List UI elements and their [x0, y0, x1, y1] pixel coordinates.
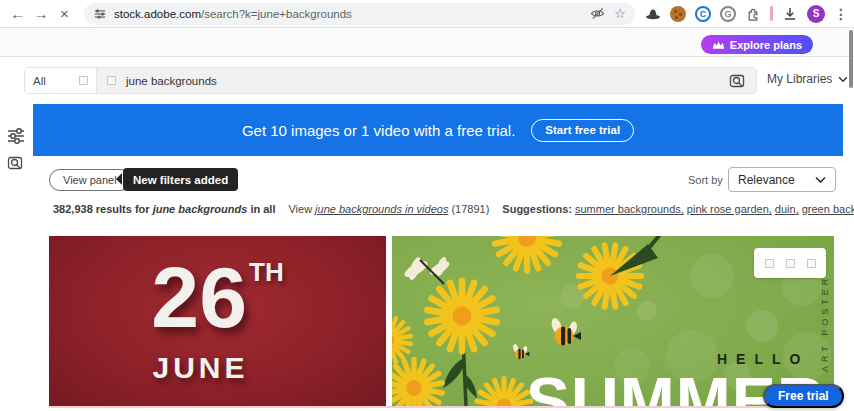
suggestion-link[interactable]: green background	[802, 203, 854, 215]
cookie-extension-icon[interactable]	[670, 6, 686, 22]
thumb-action-icon-3[interactable]	[807, 259, 816, 268]
extensions-puzzle-icon[interactable]	[745, 6, 761, 22]
back-icon[interactable]: ←	[6, 1, 29, 27]
thumbnail-hover-toolbar	[754, 248, 826, 278]
category-label: All	[33, 75, 46, 87]
bookmark-star-icon[interactable]: ☆	[614, 6, 626, 21]
sort-by-label: Sort by	[688, 174, 723, 186]
search-row: All june backgrounds My Libraries	[0, 57, 854, 103]
results-scope: in all	[250, 203, 275, 215]
left-rail	[0, 103, 33, 411]
url-host: stock.adobe.com	[114, 8, 201, 20]
browser-toolbar: ← → × stock.adobe.com/search?k=june+back…	[0, 0, 854, 28]
suggestions: Suggestions: summer backgrounds pink ros…	[502, 203, 854, 215]
suggestions-label: Suggestions:	[502, 203, 572, 215]
thumb1-day: 26	[151, 259, 247, 336]
promo-message: Get 10 images or 1 video with a free tri…	[242, 122, 515, 139]
results-summary: 382,938 results for june backgrounds in …	[53, 203, 833, 215]
my-libraries-dropdown[interactable]: My Libraries	[767, 65, 848, 93]
explore-plans-button[interactable]: Explore plans	[701, 35, 813, 54]
forward-icon[interactable]: →	[29, 1, 52, 27]
suggestion-link[interactable]: pink rose garden	[687, 203, 772, 215]
c-extension-icon[interactable]: C	[695, 6, 711, 22]
thumb-action-icon-1[interactable]	[765, 259, 774, 268]
pinned-extension-divider	[770, 6, 773, 21]
suggestion-link[interactable]: duin	[775, 203, 799, 215]
chevron-down-icon	[838, 76, 848, 83]
chevron-down-icon	[815, 176, 826, 184]
free-trial-button[interactable]: Free trial	[763, 384, 844, 408]
extensions-area: C G S ⋮	[645, 5, 848, 23]
filters-icon[interactable]	[7, 127, 25, 149]
password-eye-off-icon[interactable]	[590, 6, 605, 21]
site-header: Explore plans	[0, 29, 854, 57]
videos-crosslink: View june backgrounds in videos (17891)	[288, 203, 489, 215]
image-search-icon	[729, 73, 746, 89]
search-result-thumbnail-1[interactable]: 26 TH JUNE	[49, 236, 386, 406]
explore-plans-label: Explore plans	[730, 39, 802, 51]
g-extension-icon[interactable]: G	[720, 6, 736, 22]
search-input[interactable]: june backgrounds	[97, 68, 756, 93]
category-chevron-icon	[79, 76, 88, 85]
results-count-text: 382,938 results for	[53, 203, 150, 215]
site-settings-icon[interactable]	[93, 7, 107, 21]
next-row-peek	[49, 406, 834, 408]
results-query: june backgrounds	[153, 203, 248, 215]
thumb-action-icon-2[interactable]	[786, 259, 795, 268]
browser-menu-icon[interactable]: ⋮	[834, 6, 848, 22]
scrollbar-thumb[interactable]	[849, 30, 853, 88]
search-bar: All june backgrounds	[24, 67, 757, 94]
visual-search-icon[interactable]	[7, 155, 24, 175]
sort-value: Relevance	[738, 173, 795, 187]
extension-hat-icon[interactable]	[645, 6, 661, 22]
videos-count: (17891)	[451, 203, 489, 215]
url-bar[interactable]: stock.adobe.com/search?k=june+background…	[84, 3, 635, 25]
search-icon	[107, 76, 116, 85]
thumb1-caption: 26 TH JUNE	[49, 236, 386, 406]
new-filters-tooltip: New filters added	[123, 168, 238, 191]
results-count: 382,938 results for june backgrounds in …	[53, 203, 275, 215]
view-label: View	[288, 203, 312, 215]
crown-icon	[712, 40, 725, 50]
category-dropdown[interactable]: All	[25, 68, 97, 93]
search-query: june backgrounds	[126, 75, 217, 87]
start-free-trial-button[interactable]: Start free trial	[531, 119, 634, 142]
search-by-image-button[interactable]	[729, 73, 746, 89]
download-icon[interactable]	[782, 6, 798, 22]
thumb2-vertical-text: ART POSTER	[820, 275, 830, 372]
sort-select[interactable]: Relevance	[728, 167, 836, 192]
stop-icon[interactable]: ×	[53, 1, 76, 27]
search-result-thumbnail-2[interactable]: HELLO SUMMER ART POSTER	[392, 236, 834, 406]
videos-link[interactable]: june backgrounds in videos	[315, 203, 448, 215]
url-path: /search?k=june+backgrounds	[201, 8, 352, 20]
promo-banner: Get 10 images or 1 video with a free tri…	[33, 104, 843, 156]
thumb1-ordinal: TH	[249, 261, 284, 284]
suggestion-link[interactable]: summer backgrounds	[575, 203, 684, 215]
profile-avatar[interactable]: S	[807, 5, 825, 23]
thumb1-month: JUNE	[152, 351, 248, 385]
my-libraries-label: My Libraries	[767, 72, 832, 86]
